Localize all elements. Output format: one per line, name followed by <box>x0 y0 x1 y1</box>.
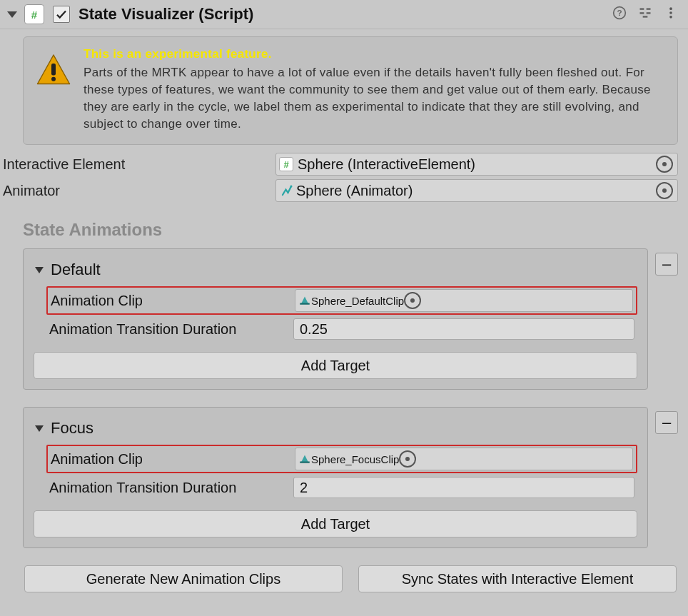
object-picker-icon[interactable] <box>399 450 416 468</box>
remove-state-button[interactable]: – <box>655 411 678 434</box>
state-name: Focus <box>51 419 93 438</box>
animation-clip-value: Sphere_DefaultClip <box>311 295 404 307</box>
warning-icon <box>36 53 71 87</box>
preset-icon[interactable] <box>638 6 652 24</box>
experimental-notice: This is an experimental feature. Parts o… <box>23 36 678 145</box>
state-name: Default <box>51 261 101 279</box>
state-foldout-icon[interactable] <box>35 267 44 273</box>
state-foldout-icon[interactable] <box>35 425 44 432</box>
inspector-panel: # State Visualizer (Script) ? This is an… <box>0 0 688 616</box>
svg-rect-3 <box>647 8 651 10</box>
remove-state-button[interactable]: – <box>655 253 678 276</box>
component-header: # State Visualizer (Script) ? <box>0 0 688 29</box>
component-title: State Visualizer (Script) <box>79 5 612 24</box>
svg-rect-6 <box>643 16 648 17</box>
footer-buttons: Generate New Animation Clips Sync States… <box>23 565 678 592</box>
state-row: Focus Animation Clip Sphere_FocusClip <box>23 407 678 548</box>
animator-value: Sphere (Animator) <box>296 183 656 199</box>
transition-duration-field[interactable]: 2 <box>293 477 634 498</box>
generate-clips-button[interactable]: Generate New Animation Clips <box>24 565 343 592</box>
animator-label: Animator <box>3 183 275 199</box>
notice-body: Parts of the MRTK appear to have a lot o… <box>84 66 651 131</box>
animation-clip-field[interactable]: Sphere_DefaultClip <box>295 289 633 312</box>
animator-field[interactable]: Sphere (Animator) <box>275 179 678 202</box>
svg-rect-17 <box>300 461 310 463</box>
menu-icon[interactable] <box>664 6 678 24</box>
interactive-element-row: Interactive Element # Sphere (Interactiv… <box>3 152 678 176</box>
add-target-button[interactable]: Add Target <box>34 352 637 379</box>
animator-mini-icon <box>280 184 293 197</box>
help-icon[interactable]: ? <box>612 6 627 24</box>
script-mini-icon: # <box>279 157 293 171</box>
notice-text: This is an experimental feature. Parts o… <box>84 46 664 133</box>
animation-clip-label: Animation Clip <box>51 451 295 468</box>
animationclip-icon <box>298 293 311 308</box>
svg-point-12 <box>51 77 56 81</box>
svg-marker-14 <box>301 296 309 304</box>
interactive-element-field[interactable]: # Sphere (InteractiveElement) <box>275 153 678 176</box>
svg-point-7 <box>669 7 672 10</box>
animation-clip-value: Sphere_FocusClip <box>311 453 399 465</box>
animation-clip-label: Animation Clip <box>51 293 295 309</box>
svg-point-9 <box>669 16 672 19</box>
animation-clip-row-highlighted: Animation Clip Sphere_DefaultClip <box>46 286 637 315</box>
animator-row: Animator Sphere (Animator) <box>3 178 678 203</box>
object-picker-icon[interactable] <box>656 156 673 173</box>
object-picker-icon[interactable] <box>404 292 421 309</box>
interactive-element-value: Sphere (InteractiveElement) <box>298 156 656 173</box>
add-target-button[interactable]: Add Target <box>34 510 637 537</box>
state-box-default: Default Animation Clip Sphere_DefaultCli… <box>23 248 648 390</box>
interactive-element-label: Interactive Element <box>3 156 275 173</box>
component-foldout-icon[interactable] <box>7 11 17 18</box>
notice-title: This is an experimental feature. <box>84 46 664 63</box>
svg-rect-11 <box>51 64 56 76</box>
script-icon: # <box>24 4 44 24</box>
svg-point-8 <box>669 11 672 14</box>
sync-states-button[interactable]: Sync States with Interactive Element <box>358 565 677 592</box>
animation-clip-field[interactable]: Sphere_FocusClip <box>295 448 633 470</box>
enable-checkbox[interactable] <box>53 6 70 23</box>
state-animations-heading: State Animations <box>23 220 678 240</box>
object-picker-icon[interactable] <box>656 182 673 199</box>
svg-point-13 <box>290 186 293 188</box>
svg-rect-15 <box>300 303 310 304</box>
svg-text:?: ? <box>617 8 622 17</box>
animation-clip-row-highlighted: Animation Clip Sphere_FocusClip <box>46 445 637 473</box>
transition-duration-label: Animation Transition Duration <box>49 321 293 338</box>
state-box-focus: Focus Animation Clip Sphere_FocusClip <box>23 407 648 548</box>
transition-duration-field[interactable]: 0.25 <box>293 318 634 340</box>
svg-rect-5 <box>647 12 651 14</box>
svg-rect-2 <box>640 8 644 10</box>
state-row: Default Animation Clip Sphere_DefaultCli… <box>23 248 678 390</box>
transition-duration-label: Animation Transition Duration <box>49 480 293 496</box>
animationclip-icon <box>298 452 311 467</box>
svg-marker-16 <box>301 455 309 463</box>
svg-rect-4 <box>640 12 644 14</box>
